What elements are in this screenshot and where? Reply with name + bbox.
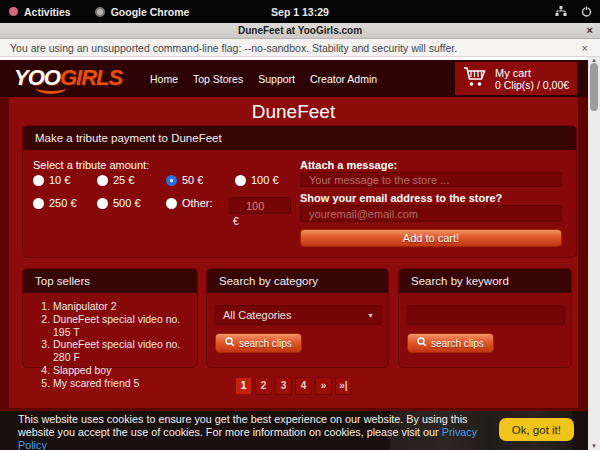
chrome-icon xyxy=(95,7,105,17)
page-button-4[interactable]: 4 xyxy=(295,377,312,395)
radio-label: 500 € xyxy=(113,197,141,209)
main-nav: Home Top Stores Support Creator Admin xyxy=(150,60,377,97)
screen: Activities Google Chrome Sep 1 13:29 Dun… xyxy=(0,0,600,450)
tribute-panel: Make a tribute payment to DuneFeet Selec… xyxy=(22,125,577,258)
cart-icon xyxy=(463,66,487,92)
clock[interactable]: Sep 1 13:29 xyxy=(0,6,600,18)
email-input[interactable] xyxy=(300,205,562,222)
cookie-banner: This website uses cookies to ensure you … xyxy=(0,411,588,450)
search-clips-button-category[interactable]: search clips xyxy=(215,333,302,353)
content-container: DuneFeet Make a tribute payment to DuneF… xyxy=(9,97,578,408)
keyword-input[interactable] xyxy=(407,305,565,325)
top-seller-item[interactable]: Manipulator 2 xyxy=(53,300,197,313)
cart-title: My cart xyxy=(495,67,569,79)
page-title: DuneFeet xyxy=(9,101,578,123)
radio-option-100[interactable]: 100 € xyxy=(235,174,279,186)
search-category-panel: Search by category All Categories ▼ sear… xyxy=(206,268,389,368)
warning-text: You are using an unsupported command-lin… xyxy=(10,42,457,54)
email-label: Show your email address to the store? xyxy=(300,192,502,204)
message-label: Attach a message: xyxy=(300,159,397,171)
top-seller-item[interactable]: Slapped boy xyxy=(53,364,197,377)
radio-icon xyxy=(33,175,44,186)
radio-icon xyxy=(33,198,44,209)
radio-label: 50 € xyxy=(182,174,203,186)
warning-banner: You are using an unsupported command-lin… xyxy=(0,39,600,57)
system-top-bar: Activities Google Chrome Sep 1 13:29 xyxy=(0,0,600,23)
cart-summary: 0 Clip(s) / 0,00€ xyxy=(495,79,569,91)
cookie-accept-button[interactable]: Ok, got it! xyxy=(499,418,574,441)
warning-close-button[interactable]: × xyxy=(582,42,588,54)
activities-label: Activities xyxy=(24,6,71,18)
logo-smile-icon xyxy=(36,82,66,94)
radio-option-25[interactable]: 25 € xyxy=(97,174,134,186)
activities-icon xyxy=(9,7,18,16)
radio-option-other[interactable]: Other: xyxy=(166,197,213,209)
radio-icon xyxy=(166,198,177,209)
top-seller-item[interactable]: DuneFeet special video no. 280 F xyxy=(53,338,197,364)
search-clips-label: search clips xyxy=(239,338,292,349)
radio-icon xyxy=(97,175,108,186)
cart-button[interactable]: My cart 0 Clip(s) / 0,00€ xyxy=(455,62,577,95)
radio-option-50[interactable]: 50 € xyxy=(166,174,203,186)
activities-button[interactable]: Activities xyxy=(9,6,71,18)
category-dropdown[interactable]: All Categories ▼ xyxy=(215,305,382,325)
browser-viewport: YOOGIRLS Home Top Stores Support Creator… xyxy=(0,57,600,450)
radio-label: 100 € xyxy=(251,174,279,186)
page-button-1[interactable]: 1 xyxy=(235,377,252,395)
category-dropdown-value: All Categories xyxy=(223,309,291,321)
window-titlebar[interactable]: DuneFeet at YooGirls.com × xyxy=(0,23,600,39)
webpage: YOOGIRLS Home Top Stores Support Creator… xyxy=(0,60,588,450)
scroll-down-arrow-icon[interactable]: ▼ xyxy=(588,443,600,449)
chevron-down-icon: ▼ xyxy=(367,312,374,319)
radio-label: 250 € xyxy=(49,197,77,209)
top-sellers-panel: Top sellers Manipulator 2 DuneFeet speci… xyxy=(22,268,198,368)
power-icon[interactable] xyxy=(581,6,592,17)
currency-label: € xyxy=(233,216,239,227)
page-button-last[interactable]: »| xyxy=(335,377,352,395)
search-icon xyxy=(225,337,235,349)
top-seller-item[interactable]: DuneFeet special video no. 195 T xyxy=(53,313,197,339)
other-amount-input[interactable] xyxy=(229,197,291,214)
radio-icon xyxy=(235,175,246,186)
window-close-button[interactable]: × xyxy=(587,24,593,36)
window-title: DuneFeet at YooGirls.com xyxy=(238,25,362,36)
pagination: 1 2 3 4 » »| xyxy=(9,377,578,395)
nav-item-top-stores[interactable]: Top Stores xyxy=(193,73,243,85)
search-clips-label: search clips xyxy=(431,338,484,349)
cookie-text: This website uses cookies to ensure you … xyxy=(0,413,478,450)
radio-label: Other: xyxy=(182,197,213,209)
page-button-next[interactable]: » xyxy=(315,377,332,395)
close-icon: × xyxy=(582,42,588,54)
chrome-taskbar-label: Google Chrome xyxy=(111,6,190,18)
amount-label: Select a tribute amount: xyxy=(33,159,149,171)
nav-item-home[interactable]: Home xyxy=(150,73,178,85)
radio-option-500[interactable]: 500 € xyxy=(97,197,141,209)
nav-item-support[interactable]: Support xyxy=(258,73,295,85)
radio-icon xyxy=(97,198,108,209)
chrome-taskbar-item[interactable]: Google Chrome xyxy=(95,6,190,18)
message-input[interactable] xyxy=(300,172,562,187)
add-to-cart-button[interactable]: Add to cart! xyxy=(300,229,562,247)
search-category-header: Search by category xyxy=(207,269,388,293)
search-keyword-panel: Search by keyword search clips xyxy=(398,268,572,368)
scrollbar[interactable]: ▲ ▼ xyxy=(588,57,600,450)
site-header: YOOGIRLS Home Top Stores Support Creator… xyxy=(0,60,588,97)
nav-item-creator-admin[interactable]: Creator Admin xyxy=(310,73,377,85)
radio-option-250[interactable]: 250 € xyxy=(33,197,77,209)
top-sellers-header: Top sellers xyxy=(23,269,197,293)
cookie-message: This website uses cookies to ensure you … xyxy=(18,413,468,438)
scrollbar-thumb[interactable] xyxy=(590,63,598,111)
page-button-3[interactable]: 3 xyxy=(275,377,292,395)
close-icon: × xyxy=(587,24,593,36)
search-clips-button-keyword[interactable]: search clips xyxy=(407,333,494,353)
network-icon[interactable] xyxy=(555,6,567,17)
radio-label: 25 € xyxy=(113,174,134,186)
radio-checked-icon xyxy=(166,175,177,186)
site-logo[interactable]: YOOGIRLS xyxy=(14,64,144,94)
radio-option-10[interactable]: 10 € xyxy=(33,174,70,186)
tribute-panel-header: Make a tribute payment to DuneFeet xyxy=(23,126,576,150)
logo-text-girls: GIRLS xyxy=(60,65,122,90)
search-keyword-header: Search by keyword xyxy=(399,269,571,293)
radio-label: 10 € xyxy=(49,174,70,186)
page-button-2[interactable]: 2 xyxy=(255,377,272,395)
